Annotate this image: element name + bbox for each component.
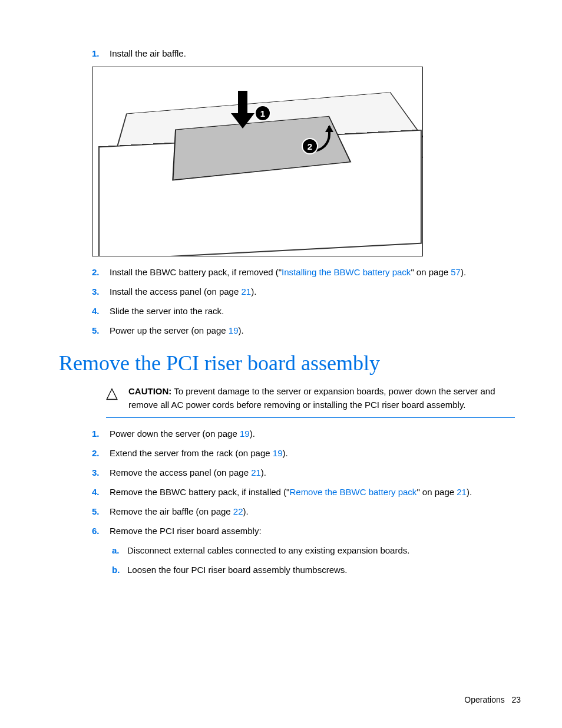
step-number: 3. bbox=[92, 466, 110, 479]
step-text: Power down the server (on page 19). bbox=[110, 427, 521, 440]
cross-reference-link[interactable]: 21 bbox=[251, 467, 261, 477]
sub-step-text: Disconnect external cables connected to … bbox=[127, 544, 409, 556]
cross-reference-link[interactable]: 57 bbox=[451, 267, 461, 277]
step-number: 5. bbox=[92, 324, 110, 337]
step-number: 5. bbox=[92, 505, 110, 518]
list-item: 6.Remove the PCI riser board assembly: bbox=[92, 525, 521, 537]
step-text: Remove the PCI riser board assembly: bbox=[110, 525, 521, 537]
cross-reference-link[interactable]: Remove the BBWC battery pack bbox=[289, 487, 416, 497]
step-number: 3. bbox=[92, 285, 110, 298]
list-item: 2.Install the BBWC battery pack, if remo… bbox=[92, 266, 521, 278]
cross-reference-link[interactable]: 19 bbox=[273, 448, 283, 458]
sub-list-item: b.Loosen the four PCI riser board assemb… bbox=[112, 564, 521, 576]
sub-step-letter: a. bbox=[112, 544, 127, 556]
bottom-steps-list: 1.Power down the server (on page 19).2.E… bbox=[59, 427, 521, 537]
list-item: 3.Remove the access panel (on page 21). bbox=[92, 466, 521, 479]
step-text: Slide the server into the rack. bbox=[110, 305, 521, 317]
section-heading: Remove the PCI riser board assembly bbox=[59, 351, 521, 375]
cross-reference-link[interactable]: 21 bbox=[241, 286, 251, 297]
step-number: 1. bbox=[92, 427, 110, 440]
cross-reference-link[interactable]: 22 bbox=[233, 506, 243, 516]
step-text: Remove the access panel (on page 21). bbox=[110, 466, 521, 479]
footer-page-number: 23 bbox=[511, 695, 521, 704]
page-footer: Operations 23 bbox=[464, 695, 521, 704]
caution-body: To prevent damage to the server or expan… bbox=[128, 386, 495, 410]
caution-label: CAUTION: bbox=[128, 386, 171, 396]
step-number: 2. bbox=[92, 266, 110, 278]
list-item: 4.Remove the BBWC battery pack, if insta… bbox=[92, 486, 521, 498]
list-item: 1.Install the air baffle. bbox=[92, 47, 521, 60]
callout-badge-2: 2 bbox=[302, 138, 318, 154]
sub-list-item: a.Disconnect external cables connected t… bbox=[112, 544, 521, 556]
document-page: 1.Install the air baffle. 1 2 2.Install … bbox=[0, 0, 562, 728]
cross-reference-link[interactable]: 21 bbox=[457, 487, 467, 497]
step-number: 2. bbox=[92, 447, 110, 459]
callout-badge-1: 1 bbox=[254, 105, 271, 121]
step-text: Remove the BBWC battery pack, if install… bbox=[110, 486, 521, 498]
top-steps-list-cont: 2.Install the BBWC battery pack, if remo… bbox=[59, 266, 521, 337]
sub-step-text: Loosen the four PCI riser board assembly… bbox=[127, 564, 348, 576]
step-text: Remove the air baffle (on page 22). bbox=[110, 505, 521, 518]
top-steps-list: 1.Install the air baffle. bbox=[59, 47, 521, 60]
list-item: 5.Power up the server (on page 19). bbox=[92, 324, 521, 337]
step-text: Install the access panel (on page 21). bbox=[110, 285, 521, 298]
caution-text: CAUTION: To prevent damage to the server… bbox=[128, 385, 515, 411]
sub-step-letter: b. bbox=[112, 564, 127, 576]
step-number: 4. bbox=[92, 305, 110, 317]
step-number: 4. bbox=[92, 486, 110, 498]
sub-steps-list: a.Disconnect external cables connected t… bbox=[59, 544, 521, 576]
cross-reference-link[interactable]: 19 bbox=[240, 429, 250, 439]
step-text: Power up the server (on page 19). bbox=[110, 324, 521, 337]
list-item: 3.Install the access panel (on page 21). bbox=[92, 285, 521, 298]
step-text: Extend the server from the rack (on page… bbox=[110, 447, 521, 459]
air-baffle-diagram: 1 2 bbox=[92, 67, 423, 256]
list-item: 2.Extend the server from the rack (on pa… bbox=[92, 447, 521, 459]
list-item: 4.Slide the server into the rack. bbox=[92, 305, 521, 317]
cross-reference-link[interactable]: Installing the BBWC battery pack bbox=[282, 267, 411, 277]
caution-icon: △ bbox=[106, 385, 128, 411]
step-number: 1. bbox=[92, 47, 110, 60]
caution-block: △ CAUTION: To prevent damage to the serv… bbox=[106, 385, 515, 418]
step-number: 6. bbox=[92, 525, 110, 537]
cross-reference-link[interactable]: 19 bbox=[229, 325, 239, 335]
list-item: 5.Remove the air baffle (on page 22). bbox=[92, 505, 521, 518]
footer-section: Operations bbox=[464, 695, 504, 704]
list-item: 1.Power down the server (on page 19). bbox=[92, 427, 521, 440]
step-text: Install the BBWC battery pack, if remove… bbox=[110, 266, 521, 278]
step-text: Install the air baffle. bbox=[110, 47, 521, 60]
